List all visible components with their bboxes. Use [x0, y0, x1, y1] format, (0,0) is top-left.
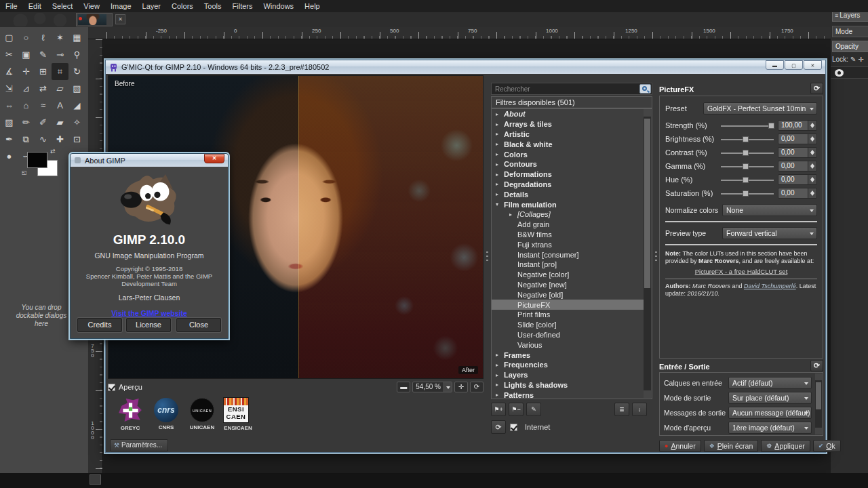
foreground-color-swatch[interactable]	[27, 152, 47, 168]
menu-tools[interactable]: Tools	[199, 0, 227, 12]
tool-rectangle-select[interactable]: ▢	[1, 29, 18, 46]
menu-help[interactable]: Help	[299, 0, 326, 12]
menu-select[interactable]: Select	[47, 0, 79, 12]
slider-handle[interactable]	[768, 123, 774, 129]
menu-colors[interactable]: Colors	[166, 0, 199, 12]
splitter-left[interactable]	[485, 75, 490, 434]
slider-handle[interactable]	[743, 163, 749, 169]
filter-tree-item[interactable]: ▸ Patterns	[492, 390, 644, 399]
menu-file[interactable]: File	[0, 0, 23, 12]
author-2-link[interactable]: David Tschumperlé	[744, 283, 796, 289]
tree-arrow-icon[interactable]: ▸	[496, 382, 504, 388]
tool-pencil[interactable]: ✏	[18, 114, 35, 131]
filter-tree-item[interactable]: Fuji xtrans	[492, 239, 644, 249]
tool-gradient[interactable]: ▨	[1, 114, 18, 131]
menu-edit[interactable]: Edit	[23, 0, 47, 12]
filter-tree-item[interactable]: ▸ Deformations	[492, 169, 644, 180]
tree-arrow-icon[interactable]: ▸	[496, 181, 504, 187]
scrollbar-thumb[interactable]	[816, 382, 821, 409]
tool-fuzzy-select[interactable]: ✶	[52, 29, 68, 46]
tool-clone[interactable]: ⧉	[18, 131, 35, 148]
zoom-out-button[interactable]: ▬	[397, 382, 410, 392]
add-fave-button[interactable]: ⚑+	[491, 403, 506, 416]
tree-arrow-icon[interactable]: ▸	[496, 151, 504, 157]
tree-arrow-icon[interactable]: ▸	[496, 362, 504, 368]
tool-scale[interactable]: ⇲	[1, 80, 18, 97]
slider-handle[interactable]	[743, 190, 749, 197]
swap-colors-icon[interactable]: ⇄	[50, 148, 56, 155]
filter-tree-item[interactable]: ▸ Black & white	[492, 139, 644, 149]
expand-list-button[interactable]: ≣	[614, 403, 629, 416]
filter-tree-item[interactable]: Negative [color]	[492, 270, 644, 280]
spinbox-arrows[interactable]	[808, 161, 816, 171]
tool-move[interactable]: ✛	[18, 63, 35, 80]
tree-arrow-icon[interactable]: ▸	[496, 352, 504, 358]
filter-tree-item[interactable]: Print films	[492, 310, 644, 320]
filter-tree-item[interactable]: Instant [consumer]	[492, 249, 644, 260]
filter-tree-item[interactable]: ▾ Film emulation	[492, 199, 644, 209]
apercu-checkbox[interactable]	[108, 384, 115, 391]
filter-tree-item[interactable]: ▸ Frequencies	[492, 360, 644, 370]
tool-color-picker[interactable]: ⊸	[52, 46, 68, 63]
spinbox-arrows[interactable]	[808, 121, 816, 130]
about-close-icon[interactable]: ✕	[204, 154, 224, 163]
tool-ink[interactable]: ✒	[1, 131, 18, 148]
tool-scissors-select[interactable]: ✂	[1, 46, 18, 63]
credits-button[interactable]: Credits	[77, 318, 122, 332]
filter-search-input[interactable]	[492, 83, 652, 94]
tool-warp[interactable]: ≈	[35, 97, 52, 114]
menu-windows[interactable]: Windows	[258, 0, 299, 12]
tool-paintbrush[interactable]: ✐	[35, 114, 52, 131]
tree-arrow-icon[interactable]: ▸	[496, 121, 504, 127]
internet-checkbox[interactable]	[510, 424, 517, 431]
tree-arrow-icon[interactable]: ▸	[496, 392, 504, 398]
about-close-button[interactable]: Close	[176, 318, 221, 332]
spinbox-arrows[interactable]	[808, 134, 816, 144]
slider-track[interactable]	[721, 160, 774, 173]
tool-crop[interactable]: ⌗	[52, 63, 68, 80]
gmic-close-button[interactable]: ✕	[804, 60, 822, 70]
value-spinbox[interactable]: 100,00	[778, 120, 817, 131]
scroll-down-icon[interactable]	[815, 428, 822, 434]
filter-tree-item[interactable]: ▸ Degradations	[492, 180, 644, 190]
appliquer-button[interactable]: ☸ Appliquer	[761, 440, 810, 452]
filter-tree-item[interactable]: Various	[492, 340, 644, 350]
scroll-down-icon[interactable]	[644, 390, 651, 398]
filter-tree-item[interactable]: Negative [new]	[492, 280, 644, 290]
tool-paths[interactable]: ✎	[35, 46, 52, 63]
io-dropdown[interactable]: Actif (défaut)	[728, 377, 812, 389]
value-spinbox[interactable]: 0,00	[778, 174, 817, 185]
filter-tree-item[interactable]: ▸ Details	[492, 189, 644, 199]
tree-arrow-icon[interactable]: ▸	[496, 131, 504, 137]
tool-airbrush[interactable]: ✧	[68, 114, 85, 131]
slider-handle[interactable]	[743, 136, 749, 142]
filter-tree-item[interactable]: ▸ Artistic	[492, 129, 644, 140]
filter-tree-item[interactable]: User-defined	[492, 330, 644, 340]
refresh-filters-button[interactable]: ⟳	[491, 420, 506, 434]
menu-filters[interactable]: Filters	[227, 0, 258, 12]
filter-tree-item[interactable]: Instant [pro]	[492, 260, 644, 270]
filter-tree-item[interactable]: ▸ Layers	[492, 370, 644, 380]
slider-track[interactable]	[721, 174, 774, 186]
tool-rotate[interactable]: ↻	[68, 63, 85, 80]
tree-arrow-icon[interactable]: ▸	[496, 111, 504, 117]
tree-arrow-icon[interactable]: ▸	[496, 141, 504, 147]
tool-perspective-clone[interactable]: ⊡	[68, 131, 85, 148]
tool-blur[interactable]: ●	[1, 148, 18, 165]
tool-select-by-color[interactable]: ▦	[68, 29, 85, 46]
normalize-dropdown[interactable]: None	[722, 204, 817, 216]
refresh-preview-button[interactable]: ⟳	[470, 382, 484, 392]
io-scrollbar[interactable]	[815, 373, 822, 434]
gmic-minimize-button[interactable]: ▬	[766, 60, 784, 70]
value-spinbox[interactable]: 0,00	[778, 134, 817, 144]
tool-heal[interactable]: ✚	[52, 131, 68, 148]
menu-image[interactable]: Image	[105, 0, 137, 12]
tool-zoom[interactable]: ⚲	[68, 46, 85, 63]
license-button[interactable]: License	[126, 318, 171, 332]
scroll-up-icon[interactable]	[644, 109, 651, 117]
tool-measure[interactable]: ∡	[1, 63, 18, 80]
fit-preview-button[interactable]: ✛	[454, 382, 468, 392]
tool-free-select[interactable]: ℓ	[35, 29, 52, 46]
layer-opacity-field[interactable]: Opacity	[832, 41, 868, 52]
filter-tree-item[interactable]: ▸ Colors	[492, 149, 644, 159]
